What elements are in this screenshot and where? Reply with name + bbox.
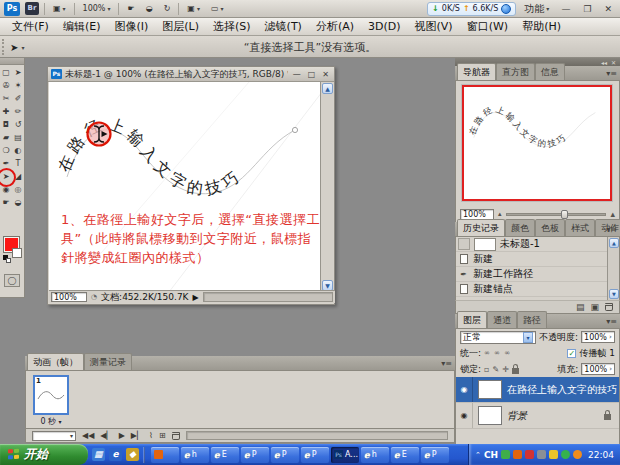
type-on-path-text[interactable]: 在路径上输入文字的技巧 [54, 114, 246, 199]
scroll-up-arrow[interactable]: ▲ [609, 238, 619, 248]
menu-view[interactable]: 视图(V) [408, 17, 460, 36]
layer-name[interactable]: 在路径上输入文字的技巧 [507, 383, 617, 397]
crop-tool[interactable]: ✂ [0, 92, 12, 105]
quick-launch-folder-icon[interactable]: ◆ [126, 448, 139, 461]
new-document-from-state-button[interactable]: ▤ [576, 302, 585, 312]
dock-close-icon[interactable]: ✕ [611, 59, 616, 66]
tab-navigator[interactable]: 导航器 [457, 63, 496, 80]
doc-maximize-button[interactable]: □ [306, 70, 318, 79]
gradient-tool[interactable]: ▤ [12, 131, 24, 144]
network-speed-overlay[interactable]: ↓ 0K/S ↑ 6.6K/S [427, 2, 516, 16]
animation-scrollbar[interactable] [186, 431, 448, 440]
tab-channels[interactable]: 通道 [487, 311, 517, 328]
taskbar-window-button[interactable] [151, 447, 179, 463]
blur-tool[interactable]: ❍ [0, 144, 12, 157]
lasso-tool[interactable]: ✇ [0, 79, 12, 92]
type-tool[interactable]: T [12, 157, 24, 170]
menu-select[interactable]: 选择(S) [206, 17, 258, 36]
panel-menu-icon[interactable]: ▾≡ [606, 225, 617, 234]
hand-tool[interactable]: ☛ [0, 196, 12, 209]
layer-name[interactable]: 背景 [507, 409, 527, 423]
visibility-toggle[interactable]: ◉ [456, 403, 473, 428]
tab-paths[interactable]: 路径 [517, 311, 547, 328]
visibility-toggle[interactable]: ◉ [456, 377, 473, 402]
restore-button[interactable]: ❐ [579, 4, 595, 14]
animation-frame-1[interactable]: 1 [33, 375, 69, 415]
slider-knob[interactable] [561, 210, 568, 219]
zoom-in-icon[interactable]: ▴ [610, 209, 615, 219]
tray-icon[interactable] [525, 450, 534, 459]
history-step-row[interactable]: ✒ 新建工作路径 [456, 267, 619, 282]
tab-layers[interactable]: 图层 [457, 311, 487, 328]
tween-button[interactable]: ⌇ [149, 431, 153, 440]
3d-rotate-tool[interactable]: ◉ [0, 183, 12, 196]
zoom-out-icon[interactable]: ▴ [498, 210, 502, 218]
panel-menu-icon[interactable]: ▾≡ [441, 359, 452, 368]
history-step-row[interactable]: 新建锚点 [456, 282, 619, 297]
status-zoom-field[interactable]: 100% [51, 292, 87, 302]
menu-image[interactable]: 图像(I) [107, 17, 155, 36]
text-layer-thumbnail[interactable]: T [478, 380, 502, 399]
panel-menu-icon[interactable]: ▾≡ [606, 317, 617, 326]
clone-stamp-tool[interactable]: ◘ [0, 118, 12, 131]
horizontal-scrollbar[interactable] [203, 292, 333, 302]
fill-field[interactable]: 100%› [581, 363, 615, 375]
background-color-swatch[interactable] [12, 248, 22, 258]
tray-icon[interactable] [537, 450, 546, 459]
menu-window[interactable]: 窗口(W) [460, 17, 515, 36]
magic-wand-tool[interactable]: ✶ [12, 79, 24, 92]
lock-transparent-icon[interactable]: ▫ [484, 365, 489, 374]
navigator-zoom-slider[interactable] [506, 213, 607, 216]
move-tool[interactable]: ➤ [12, 66, 24, 79]
navigator-zoom-field[interactable]: 100% [460, 209, 494, 220]
previous-frame-button[interactable]: ◀▏ [100, 431, 112, 440]
new-snapshot-button[interactable]: ▣ [590, 302, 599, 312]
path-selection-tool[interactable]: ➤ [0, 170, 12, 183]
tab-histogram[interactable]: 直方图 [496, 63, 535, 80]
history-step-row[interactable]: 新建 [456, 252, 619, 267]
taskbar-window-button[interactable]: eE [211, 447, 239, 463]
menu-layer[interactable]: 图层(L) [155, 17, 206, 36]
tab-history[interactable]: 历史记录 [457, 219, 505, 236]
tray-chevron-icon[interactable]: ⌃ [475, 451, 481, 459]
document-title-bar[interactable]: Ps 未标题-1 @ 100% (在路径上输入文字的技巧, RGB/8) * —… [48, 67, 334, 82]
opacity-field[interactable]: 100%› [581, 331, 615, 343]
menu-analysis[interactable]: 分析(A) [309, 17, 361, 36]
eraser-tool[interactable]: ▰ [0, 131, 12, 144]
taskbar-window-button[interactable]: eP [421, 447, 449, 463]
rectangular-marquee-tool[interactable]: ▢ [0, 66, 12, 79]
taskbar-window-button[interactable]: eP [241, 447, 269, 463]
menu-help[interactable]: 帮助(H) [515, 17, 568, 36]
brush-tool[interactable]: ✏ [12, 105, 24, 118]
hand-tool-button[interactable]: ☛ [124, 3, 137, 14]
background-layer-thumbnail[interactable] [478, 406, 502, 425]
history-brush-source[interactable] [458, 238, 470, 250]
screen-mode-button[interactable]: ▭▾ [208, 3, 227, 14]
tab-color[interactable]: 颜色 [505, 219, 535, 236]
history-brush-tool[interactable]: ↺ [12, 118, 24, 131]
tab-styles[interactable]: 样式 [565, 219, 595, 236]
lock-all-icon[interactable] [512, 368, 519, 374]
taskbar-window-button[interactable]: eh [181, 447, 209, 463]
menu-3d[interactable]: 3D(D) [361, 18, 408, 35]
vertical-scrollbar[interactable]: ▲ ▼ [320, 82, 333, 292]
minimize-button[interactable]: — [557, 4, 574, 14]
frame-delay-selector[interactable]: 0 秒 ▾ [33, 416, 69, 427]
menu-edit[interactable]: 编辑(E) [56, 17, 108, 36]
blend-mode-select[interactable]: 正常 ▾ [460, 331, 536, 344]
bridge-launch-icon[interactable]: Br [25, 2, 39, 15]
tray-icon[interactable] [549, 450, 558, 459]
tray-icon[interactable] [573, 450, 582, 459]
first-frame-button[interactable]: ◀◀ [82, 431, 94, 440]
doc-minimize-button[interactable]: — [291, 70, 303, 79]
navigator-proxy-view[interactable]: 在路径上输入文字的技巧 [462, 85, 612, 201]
delete-frame-button[interactable] [172, 432, 180, 440]
taskbar-window-button[interactable]: eE [391, 447, 419, 463]
tray-icon[interactable] [561, 450, 570, 459]
propagate-checkbox[interactable]: ✓ [567, 349, 576, 358]
menu-filter[interactable]: 滤镜(T) [258, 17, 309, 36]
layer-row-background[interactable]: ◉ 背景 [456, 403, 619, 429]
tray-icon[interactable] [513, 450, 522, 459]
layer-row-text[interactable]: ◉ T 在路径上输入文字的技巧 [456, 377, 619, 403]
duplicate-frame-button[interactable]: ⊞ [159, 431, 166, 440]
